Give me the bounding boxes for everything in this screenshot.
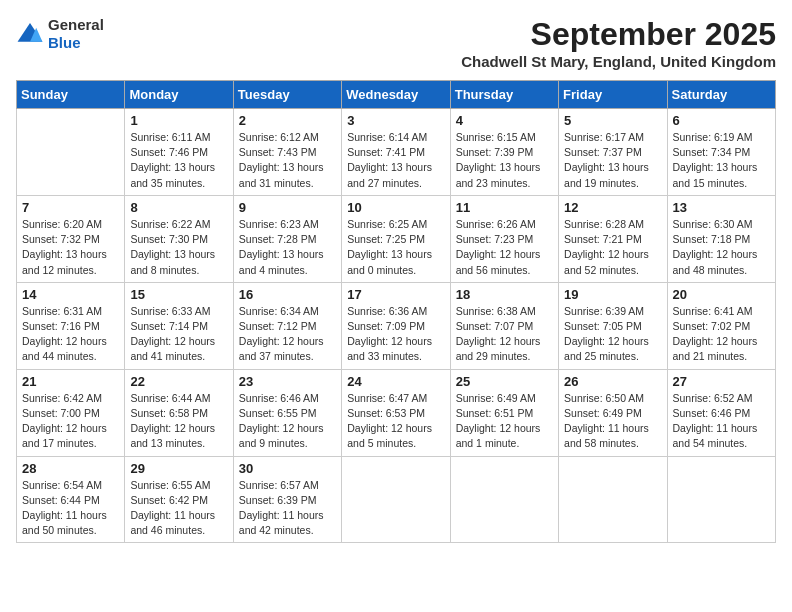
day-info: Sunrise: 6:36 AM Sunset: 7:09 PM Dayligh… [347,304,444,365]
month-title: September 2025 [461,16,776,53]
day-info: Sunrise: 6:33 AM Sunset: 7:14 PM Dayligh… [130,304,227,365]
day-number: 5 [564,113,661,128]
day-info: Sunrise: 6:15 AM Sunset: 7:39 PM Dayligh… [456,130,553,191]
day-number: 22 [130,374,227,389]
day-number: 14 [22,287,119,302]
day-cell-5: 5Sunrise: 6:17 AM Sunset: 7:37 PM Daylig… [559,109,667,196]
day-number: 29 [130,461,227,476]
day-cell-19: 19Sunrise: 6:39 AM Sunset: 7:05 PM Dayli… [559,282,667,369]
day-cell-13: 13Sunrise: 6:30 AM Sunset: 7:18 PM Dayli… [667,195,775,282]
day-info: Sunrise: 6:26 AM Sunset: 7:23 PM Dayligh… [456,217,553,278]
day-number: 27 [673,374,770,389]
day-info: Sunrise: 6:50 AM Sunset: 6:49 PM Dayligh… [564,391,661,452]
day-info: Sunrise: 6:49 AM Sunset: 6:51 PM Dayligh… [456,391,553,452]
weekday-header-row: SundayMondayTuesdayWednesdayThursdayFrid… [17,81,776,109]
day-cell-2: 2Sunrise: 6:12 AM Sunset: 7:43 PM Daylig… [233,109,341,196]
day-info: Sunrise: 6:46 AM Sunset: 6:55 PM Dayligh… [239,391,336,452]
day-cell-25: 25Sunrise: 6:49 AM Sunset: 6:51 PM Dayli… [450,369,558,456]
day-number: 7 [22,200,119,215]
day-cell-7: 7Sunrise: 6:20 AM Sunset: 7:32 PM Daylig… [17,195,125,282]
day-number: 4 [456,113,553,128]
day-cell-29: 29Sunrise: 6:55 AM Sunset: 6:42 PM Dayli… [125,456,233,543]
day-cell-9: 9Sunrise: 6:23 AM Sunset: 7:28 PM Daylig… [233,195,341,282]
day-number: 17 [347,287,444,302]
day-cell-27: 27Sunrise: 6:52 AM Sunset: 6:46 PM Dayli… [667,369,775,456]
day-info: Sunrise: 6:41 AM Sunset: 7:02 PM Dayligh… [673,304,770,365]
empty-cell [667,456,775,543]
day-cell-20: 20Sunrise: 6:41 AM Sunset: 7:02 PM Dayli… [667,282,775,369]
day-cell-30: 30Sunrise: 6:57 AM Sunset: 6:39 PM Dayli… [233,456,341,543]
day-number: 11 [456,200,553,215]
day-number: 10 [347,200,444,215]
location: Chadwell St Mary, England, United Kingdo… [461,53,776,70]
day-cell-8: 8Sunrise: 6:22 AM Sunset: 7:30 PM Daylig… [125,195,233,282]
day-number: 24 [347,374,444,389]
week-row-5: 28Sunrise: 6:54 AM Sunset: 6:44 PM Dayli… [17,456,776,543]
weekday-header-monday: Monday [125,81,233,109]
day-number: 19 [564,287,661,302]
weekday-header-saturday: Saturday [667,81,775,109]
weekday-header-friday: Friday [559,81,667,109]
day-info: Sunrise: 6:23 AM Sunset: 7:28 PM Dayligh… [239,217,336,278]
day-number: 16 [239,287,336,302]
day-cell-15: 15Sunrise: 6:33 AM Sunset: 7:14 PM Dayli… [125,282,233,369]
day-number: 15 [130,287,227,302]
day-number: 25 [456,374,553,389]
day-number: 13 [673,200,770,215]
day-cell-3: 3Sunrise: 6:14 AM Sunset: 7:41 PM Daylig… [342,109,450,196]
day-info: Sunrise: 6:34 AM Sunset: 7:12 PM Dayligh… [239,304,336,365]
day-number: 23 [239,374,336,389]
empty-cell [342,456,450,543]
day-cell-12: 12Sunrise: 6:28 AM Sunset: 7:21 PM Dayli… [559,195,667,282]
empty-cell [17,109,125,196]
day-cell-6: 6Sunrise: 6:19 AM Sunset: 7:34 PM Daylig… [667,109,775,196]
day-number: 9 [239,200,336,215]
week-row-1: 1Sunrise: 6:11 AM Sunset: 7:46 PM Daylig… [17,109,776,196]
day-cell-4: 4Sunrise: 6:15 AM Sunset: 7:39 PM Daylig… [450,109,558,196]
day-number: 2 [239,113,336,128]
day-info: Sunrise: 6:12 AM Sunset: 7:43 PM Dayligh… [239,130,336,191]
weekday-header-sunday: Sunday [17,81,125,109]
day-cell-28: 28Sunrise: 6:54 AM Sunset: 6:44 PM Dayli… [17,456,125,543]
day-number: 21 [22,374,119,389]
day-number: 30 [239,461,336,476]
day-info: Sunrise: 6:57 AM Sunset: 6:39 PM Dayligh… [239,478,336,539]
day-number: 28 [22,461,119,476]
logo: General Blue [16,16,104,52]
day-cell-18: 18Sunrise: 6:38 AM Sunset: 7:07 PM Dayli… [450,282,558,369]
weekday-header-tuesday: Tuesday [233,81,341,109]
page-header: General Blue September 2025 Chadwell St … [16,16,776,70]
day-info: Sunrise: 6:19 AM Sunset: 7:34 PM Dayligh… [673,130,770,191]
day-info: Sunrise: 6:44 AM Sunset: 6:58 PM Dayligh… [130,391,227,452]
day-number: 26 [564,374,661,389]
day-info: Sunrise: 6:25 AM Sunset: 7:25 PM Dayligh… [347,217,444,278]
day-cell-17: 17Sunrise: 6:36 AM Sunset: 7:09 PM Dayli… [342,282,450,369]
day-cell-22: 22Sunrise: 6:44 AM Sunset: 6:58 PM Dayli… [125,369,233,456]
weekday-header-thursday: Thursday [450,81,558,109]
day-number: 6 [673,113,770,128]
day-info: Sunrise: 6:39 AM Sunset: 7:05 PM Dayligh… [564,304,661,365]
day-info: Sunrise: 6:54 AM Sunset: 6:44 PM Dayligh… [22,478,119,539]
title-area: September 2025 Chadwell St Mary, England… [461,16,776,70]
day-number: 8 [130,200,227,215]
day-info: Sunrise: 6:47 AM Sunset: 6:53 PM Dayligh… [347,391,444,452]
day-cell-23: 23Sunrise: 6:46 AM Sunset: 6:55 PM Dayli… [233,369,341,456]
day-cell-16: 16Sunrise: 6:34 AM Sunset: 7:12 PM Dayli… [233,282,341,369]
day-cell-26: 26Sunrise: 6:50 AM Sunset: 6:49 PM Dayli… [559,369,667,456]
empty-cell [450,456,558,543]
week-row-3: 14Sunrise: 6:31 AM Sunset: 7:16 PM Dayli… [17,282,776,369]
day-cell-11: 11Sunrise: 6:26 AM Sunset: 7:23 PM Dayli… [450,195,558,282]
weekday-header-wednesday: Wednesday [342,81,450,109]
day-info: Sunrise: 6:31 AM Sunset: 7:16 PM Dayligh… [22,304,119,365]
day-info: Sunrise: 6:55 AM Sunset: 6:42 PM Dayligh… [130,478,227,539]
week-row-2: 7Sunrise: 6:20 AM Sunset: 7:32 PM Daylig… [17,195,776,282]
day-number: 3 [347,113,444,128]
day-info: Sunrise: 6:30 AM Sunset: 7:18 PM Dayligh… [673,217,770,278]
day-info: Sunrise: 6:11 AM Sunset: 7:46 PM Dayligh… [130,130,227,191]
day-info: Sunrise: 6:28 AM Sunset: 7:21 PM Dayligh… [564,217,661,278]
day-number: 18 [456,287,553,302]
day-number: 1 [130,113,227,128]
day-number: 20 [673,287,770,302]
day-info: Sunrise: 6:38 AM Sunset: 7:07 PM Dayligh… [456,304,553,365]
week-row-4: 21Sunrise: 6:42 AM Sunset: 7:00 PM Dayli… [17,369,776,456]
